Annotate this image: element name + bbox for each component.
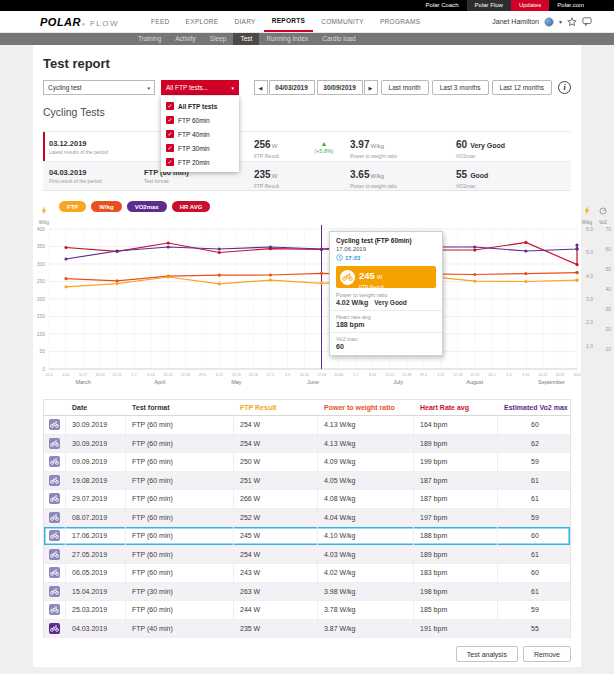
user-name[interactable]: Janet Hamilton — [492, 18, 539, 25]
svg-text:1-7: 1-7 — [353, 373, 358, 377]
topbar-link-updates[interactable]: Updates — [511, 0, 549, 11]
ftp-filter-option-all[interactable]: ✓ All FTP tests — [161, 99, 239, 113]
latest-vo2-rating: Very Good — [470, 142, 505, 149]
subnav-activity[interactable]: Activity — [168, 33, 203, 45]
svg-text:1-7: 1-7 — [132, 373, 137, 377]
cell-estimated-vo2-max: 60 — [498, 527, 572, 545]
cell-ftp-result: 245 W — [234, 527, 318, 545]
table-row[interactable]: 25.03.2019 FTP (60 min) 244 W 3.78 W/kg … — [44, 601, 570, 620]
tooltip-title: Cycling test (FTP 60min) — [336, 237, 436, 244]
cell-estimated-vo2-max: 60 — [498, 564, 572, 582]
topbar-link-polar-com[interactable]: Polar.com — [549, 0, 592, 11]
table-row[interactable]: 30.09.2019 FTP (60 min) 254 W 4.13 W/kg … — [44, 435, 570, 454]
svg-text:19-25: 19-25 — [470, 373, 479, 377]
svg-text:July: July — [393, 379, 403, 385]
table-row[interactable]: 08.07.2019 FTP (60 min) 252 W 4.04 W/kg … — [44, 509, 570, 528]
latest-ftp-label: FTP Result — [254, 153, 312, 159]
checkbox-checked-icon[interactable]: ✓ — [166, 102, 174, 110]
sport-test-select[interactable]: Cycling test ▾ — [43, 80, 155, 95]
nav-diary[interactable]: DIARY — [226, 11, 263, 32]
svg-text:10-16: 10-16 — [300, 373, 309, 377]
table-row[interactable]: 27.05.2019 FTP (60 min) 254 W 4.03 W/kg … — [44, 546, 570, 565]
info-icon[interactable]: i — [558, 81, 571, 94]
topbar-link-polar-coach[interactable]: Polar Coach — [418, 0, 467, 11]
svg-text:18-24: 18-24 — [95, 373, 104, 377]
ftp-filter-option-20min[interactable]: ✓ FTP 20min — [161, 155, 239, 169]
cell-power-to-weight: 4.08 W/kg — [318, 490, 414, 508]
ftp-filter-wrap: All FTP tests... ▾ ✓ All FTP tests ✓ FTP… — [161, 80, 239, 95]
cell-date: 15.04.2019 — [66, 583, 126, 601]
checkbox-checked-icon[interactable]: ✓ — [166, 144, 174, 152]
cell-date: 30.09.2019 — [66, 416, 126, 434]
test-trend-chart[interactable]: 25-34-1011-1718-2425-311-78-1415-2122-28… — [43, 221, 571, 397]
polar-flow-logo[interactable]: POLAR® FLOW — [40, 16, 119, 28]
nav-reports[interactable]: REPORTS — [264, 11, 314, 32]
legend-vo2max[interactable]: VO2max — [127, 201, 167, 212]
checkbox-checked-icon[interactable]: ✓ — [166, 116, 174, 124]
svg-text:15-21: 15-21 — [164, 373, 173, 377]
cycling-icon — [340, 270, 355, 285]
table-row[interactable]: 30.09.2019 FTP (60 min) 254 W 4.13 W/kg … — [44, 416, 570, 435]
svg-text:350: 350 — [37, 243, 45, 249]
table-row[interactable]: 04.03.2019 FTP (40 min) 235 W 3.87 W/kg … — [44, 620, 570, 639]
table-row[interactable]: 17.06.2019 FTP (60 min) 245 W 4.10 W/kg … — [44, 527, 570, 546]
last-12-months-button[interactable]: Last 12 months — [492, 80, 552, 95]
date-prev-button[interactable]: ◀ — [254, 80, 268, 95]
table-row[interactable]: 15.04.2019 FTP (30 min) 263 W 3.98 W/kg … — [44, 583, 570, 602]
checkbox-checked-icon[interactable]: ✓ — [166, 130, 174, 138]
latest-wkg-label: Power to weight ratio — [350, 153, 456, 159]
cell-date: 27.05.2019 — [66, 546, 126, 564]
subnav-running-index[interactable]: Running Index — [259, 33, 315, 45]
table-row[interactable]: 29.07.2019 FTP (60 min) 266 W 4.08 W/kg … — [44, 490, 570, 509]
cell-date: 04.03.2019 — [66, 620, 126, 638]
topbar-link-polar-flow[interactable]: Polar Flow — [467, 0, 511, 11]
tooltip-ftp-label: FTP Result — [359, 284, 384, 290]
user-avatar[interactable] — [544, 17, 554, 27]
chart-canvas[interactable]: 25-34-1011-1718-2425-311-78-1415-2122-28… — [37, 221, 614, 391]
svg-text:4.0: 4.0 — [586, 273, 593, 279]
nav-explore[interactable]: EXPLORE — [178, 11, 227, 32]
first-caption: First result of the period — [49, 178, 144, 184]
subnav-sleep[interactable]: Sleep — [203, 33, 234, 45]
cell-power-to-weight: 4.13 W/kg — [318, 416, 414, 434]
nav-feed[interactable]: FEED — [143, 11, 178, 32]
cell-ftp-result: 235 W — [234, 620, 318, 638]
ftp-filter-option-30min[interactable]: ✓ FTP 30min — [161, 141, 239, 155]
last-3-months-button[interactable]: Last 3 months — [432, 80, 489, 95]
date-from-input[interactable]: 04/03/2019 — [269, 80, 315, 95]
user-menu-caret-icon[interactable]: ▾ — [559, 18, 562, 25]
cell-date: 29.07.2019 — [66, 490, 126, 508]
remove-button[interactable]: Remove — [523, 646, 571, 662]
checkbox-checked-icon[interactable]: ✓ — [166, 158, 174, 166]
favorites-star-icon[interactable] — [567, 17, 577, 27]
tooltip-ftp-banner: 245W FTP Result — [336, 266, 436, 288]
subnav-cardio-load[interactable]: Cardio load — [315, 33, 362, 45]
legend-wkg[interactable]: W/kg — [91, 201, 121, 212]
cycling-test-icon — [49, 623, 60, 634]
legend-ftp[interactable]: FTP — [59, 201, 86, 212]
cell-heart-rate-avg: 164 bpm — [414, 416, 498, 434]
latest-date: 03.12.2019 — [49, 139, 144, 148]
legend-hr-avg[interactable]: HR AVG — [172, 201, 211, 212]
cell-power-to-weight: 4.02 W/kg — [318, 564, 414, 582]
svg-text:June: June — [307, 379, 319, 385]
messages-bubble-icon[interactable] — [582, 17, 592, 26]
header-date: Date — [66, 404, 126, 411]
subnav-training[interactable]: Training — [131, 33, 168, 45]
nav-programs[interactable]: PROGRAMS — [372, 11, 428, 32]
nav-community[interactable]: COMMUNITY — [313, 11, 372, 32]
table-row[interactable]: 19.08.2019 FTP (60 min) 251 W 4.05 W/kg … — [44, 472, 570, 491]
date-next-button[interactable]: ▶ — [364, 80, 378, 95]
cell-test-format: FTP (40 min) — [126, 620, 234, 638]
test-analysis-button[interactable]: Test analysis — [456, 646, 518, 662]
date-to-input[interactable]: 30/09/2019 — [317, 80, 363, 95]
ftp-filter-dropdown[interactable]: All FTP tests... ▾ — [161, 80, 239, 95]
last-month-button[interactable]: Last month — [381, 80, 429, 95]
table-row[interactable]: 09.09.2019 FTP (60 min) 250 W 4.09 W/kg … — [44, 453, 570, 472]
table-row[interactable]: 06.05.2019 FTP (60 min) 243 W 4.02 W/kg … — [44, 564, 570, 583]
ftp-filter-option-40min[interactable]: ✓ FTP 40min — [161, 127, 239, 141]
ftp-filter-option-60min[interactable]: ✓ FTP 60min — [161, 113, 239, 127]
subnav-test[interactable]: Test — [233, 33, 259, 45]
tooltip-hr-label: Heart rate avg — [336, 314, 436, 320]
header-test-format: Test format — [126, 404, 234, 411]
